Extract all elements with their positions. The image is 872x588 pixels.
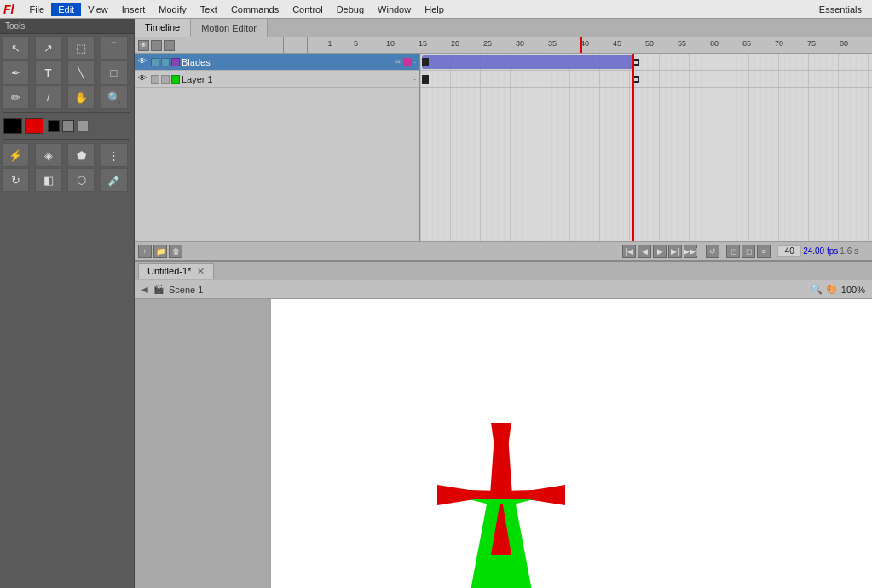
hand-tool[interactable]: ✋: [67, 85, 95, 109]
loop-btn[interactable]: ↺: [706, 245, 719, 258]
stroke-color[interactable]: [3, 118, 22, 134]
bone-tool[interactable]: ⚡: [2, 143, 29, 167]
ruler-tick-5: 5: [354, 39, 358, 48]
onion-outline-btn[interactable]: ◻: [742, 245, 755, 258]
layer-blades[interactable]: 👁 Blades ✏ ·: [135, 54, 419, 71]
menu-modify[interactable]: Modify: [152, 3, 193, 16]
anim-header[interactable]: [151, 40, 162, 51]
layer-header-controls: 👁: [135, 37, 284, 53]
eye-header[interactable]: 👁: [138, 40, 149, 51]
ruler-tick-80: 80: [840, 39, 848, 48]
menu-text[interactable]: Text: [193, 3, 224, 16]
canvas-viewport[interactable]: [135, 299, 872, 588]
zoom-tool[interactable]: 🔍: [101, 85, 128, 109]
eyedropper[interactable]: 💉: [101, 168, 128, 192]
deco-tool[interactable]: ⬟: [67, 143, 95, 167]
right-content: Timeline Motion Editor 👁: [135, 19, 872, 588]
layer-dot-blades: ·: [413, 58, 416, 66]
marquee-tool[interactable]: ⬚: [67, 36, 95, 60]
layer-name-1[interactable]: Layer 1: [182, 74, 412, 84]
motion-tween-bar[interactable]: [422, 55, 634, 69]
layer-name-blades[interactable]: Blades: [182, 57, 393, 67]
tools-label: Tools: [0, 19, 134, 34]
ruler-tick-15: 15: [419, 39, 427, 48]
main-layout: Tools ↖ ↗ ⬚ ⌒ ✒ T ╲ □ ✏ / ✋ 🔍: [0, 19, 872, 588]
first-frame-btn[interactable]: |◀: [622, 245, 636, 258]
prev-frame-btn[interactable]: ◀: [638, 245, 651, 258]
fill-color-black[interactable]: [48, 120, 60, 132]
tab-timeline[interactable]: Timeline: [135, 19, 191, 37]
arrow-tool[interactable]: ↖: [2, 36, 29, 60]
no-color[interactable]: [77, 120, 89, 132]
canvas-tab-close[interactable]: ✕: [197, 266, 205, 276]
menu-view[interactable]: View: [81, 3, 115, 16]
layer-outline-1[interactable]: [161, 75, 170, 84]
ink-bottle[interactable]: ⬡: [67, 168, 95, 192]
tool-divider-2: [3, 139, 130, 140]
zoom-value[interactable]: 100%: [841, 285, 865, 295]
layer-1[interactable]: 👁 Layer 1 ·: [135, 71, 419, 88]
new-layer-btn[interactable]: +: [138, 245, 152, 258]
subselect-tool[interactable]: ↗: [35, 36, 62, 60]
text-tool[interactable]: T: [35, 61, 62, 84]
lock-header[interactable]: [164, 40, 175, 51]
scene-label[interactable]: Scene 1: [169, 285, 203, 295]
menu-control[interactable]: Control: [286, 3, 329, 16]
brush-tool[interactable]: /: [35, 85, 62, 109]
menu-window[interactable]: Window: [371, 3, 418, 16]
rect-tool[interactable]: □: [101, 61, 128, 84]
ruler-ticks: [321, 37, 872, 53]
ruler-tick-10: 10: [386, 39, 395, 48]
onion-settings-btn[interactable]: ≡: [757, 245, 771, 258]
pencil-tool[interactable]: ✏: [2, 85, 29, 109]
layer-eye-1[interactable]: 👁: [138, 73, 149, 84]
keyframe-start[interactable]: [422, 58, 429, 66]
menu-edit[interactable]: Edit: [51, 3, 81, 16]
last-frame-btn[interactable]: ▶▶|: [684, 245, 697, 258]
playhead-line[interactable]: [632, 54, 634, 241]
playhead-ruler[interactable]: [580, 37, 582, 53]
delete-layer-btn[interactable]: 🗑: [169, 245, 182, 258]
next-frame-btn[interactable]: ▶|: [668, 245, 682, 258]
ruler-tick-45: 45: [613, 39, 621, 48]
menu-help[interactable]: Help: [418, 3, 451, 16]
lasso-tool[interactable]: ⌒: [101, 36, 128, 60]
canvas-area: Untitled-1* ✕ ◀ 🎬 Scene 1 🔍 🎨 100%: [135, 262, 872, 588]
color-col-header: [308, 37, 321, 53]
layer-outline-blades[interactable]: [161, 58, 170, 66]
menu-file[interactable]: File: [22, 3, 51, 16]
menu-insert[interactable]: Insert: [115, 3, 153, 16]
menu-commands[interactable]: Commands: [224, 3, 286, 16]
gradient-tool[interactable]: ◧: [35, 168, 62, 192]
canvas-tabs: Untitled-1* ✕: [135, 262, 872, 280]
menu-debug[interactable]: Debug: [330, 3, 371, 16]
bind-tool[interactable]: ◈: [35, 143, 62, 167]
fps-display: 24.00 fps: [803, 246, 838, 256]
canvas-tab-untitled[interactable]: Untitled-1* ✕: [138, 263, 214, 279]
ruler-marks-area: 1510152025303540455055606570758085: [321, 37, 872, 53]
layer-edit-blades[interactable]: ✏: [395, 57, 401, 66]
tab-motion-editor[interactable]: Motion Editor: [191, 19, 268, 37]
pen-tool[interactable]: ✒: [2, 61, 29, 84]
swap-colors[interactable]: [62, 120, 74, 132]
ruler-tick-25: 25: [483, 39, 492, 48]
windmill: [416, 367, 586, 588]
line-tool[interactable]: ╲: [67, 61, 95, 84]
menu-bar: Fl File Edit View Insert Modify Text Com…: [0, 0, 872, 19]
layer-eye-blades[interactable]: 👁: [138, 56, 149, 67]
timeline-panel: Timeline Motion Editor 👁: [135, 19, 872, 262]
play-btn[interactable]: ▶: [653, 245, 667, 258]
layer-lock-1[interactable]: [151, 75, 159, 84]
add-folder-btn[interactable]: 📁: [153, 245, 167, 258]
layer-lock-blades[interactable]: [151, 58, 159, 66]
back-icon[interactable]: ◀: [141, 285, 148, 294]
current-frame: 40: [777, 245, 801, 257]
spray-tool[interactable]: ⋮: [101, 143, 128, 167]
onion-skin-btn[interactable]: ◻: [726, 245, 740, 258]
frames-area: [420, 54, 872, 241]
fill-color-red[interactable]: [25, 118, 43, 134]
canvas-breadcrumb: ◀ 🎬 Scene 1 🔍 🎨 100%: [135, 280, 872, 299]
blade-left-body: [437, 489, 501, 501]
transform-tool[interactable]: ↻: [2, 168, 29, 192]
keyframe-l1-start[interactable]: [422, 75, 429, 84]
